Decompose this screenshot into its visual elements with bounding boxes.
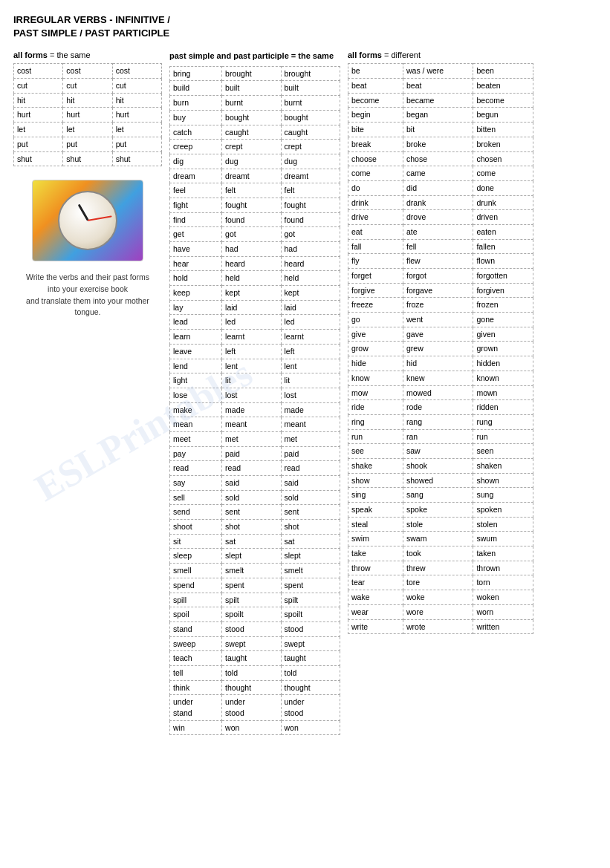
- table-cell: spoilt: [281, 607, 340, 622]
- table-cell: flown: [473, 254, 533, 269]
- table-cell: build: [170, 81, 222, 96]
- table-cell: taken: [473, 546, 533, 561]
- table-cell: shown: [473, 473, 533, 488]
- table-mid: bringbroughtbroughtbuildbuiltbuiltburnbu…: [169, 66, 340, 736]
- table-row: leadledled: [170, 315, 340, 330]
- section-same-title: all forms = the same: [13, 50, 162, 59]
- table-cell: flew: [403, 254, 473, 269]
- table-cell: go: [348, 313, 403, 327]
- main-layout: all forms = the same costcostcostcutcutc…: [13, 50, 597, 735]
- table-cell: let: [112, 123, 161, 137]
- table-cell: led: [222, 315, 281, 330]
- table-cell: crept: [222, 140, 281, 154]
- col-same: all forms = the same costcostcostcutcutc…: [13, 50, 162, 319]
- table-cell: send: [170, 505, 222, 520]
- table-cell: dreamt: [281, 169, 340, 183]
- table-cell: read: [222, 461, 281, 476]
- table-cell: freeze: [348, 298, 403, 313]
- table-cell: found: [281, 212, 340, 227]
- table-cell: known: [473, 371, 533, 385]
- table-row: feelfeltfelt: [170, 183, 340, 198]
- table-row: loselostlost: [170, 388, 340, 402]
- table-row: hurthurthurt: [14, 108, 162, 123]
- table-row: breakbrokebroken: [348, 137, 533, 151]
- table-cell: shut: [14, 151, 63, 166]
- table-cell: come: [473, 166, 533, 181]
- table-row: learnlearntlearnt: [170, 330, 340, 345]
- table-cell: sold: [281, 490, 340, 505]
- table-cell: forgot: [403, 269, 473, 284]
- table-cell: taught: [281, 651, 340, 666]
- table-cell: drink: [348, 195, 403, 210]
- table-row: eatateeaten: [348, 224, 533, 239]
- table-cell: built: [281, 81, 340, 96]
- table-cell: let: [63, 123, 112, 137]
- table-cell: told: [222, 665, 281, 680]
- table-cell: hid: [403, 356, 473, 371]
- table-cell: brought: [222, 66, 281, 81]
- table-cell: froze: [403, 298, 473, 313]
- table-cell: sell: [170, 490, 222, 505]
- table-row: sendsentsent: [170, 505, 340, 520]
- table-row: forgiveforgaveforgiven: [348, 283, 533, 298]
- table-cell: stood: [281, 621, 340, 636]
- table-cell: lend: [170, 359, 222, 373]
- page-title: IRREGULAR VERBS - INFINITIVE / PAST SIMP…: [13, 13, 597, 40]
- table-row: burnburntburnt: [170, 96, 340, 111]
- table-cell: bought: [281, 110, 340, 125]
- table-cell: won: [222, 720, 281, 735]
- table-cell: sit: [170, 534, 222, 549]
- table-cell: meant: [222, 417, 281, 432]
- table-row: paypaidpaid: [170, 446, 340, 461]
- table-cell: swept: [281, 636, 340, 651]
- table-row: speakspokespoken: [348, 503, 533, 518]
- table-cell: run: [348, 429, 403, 444]
- table-row: throwthrewthrown: [348, 561, 533, 575]
- table-row: stealstolestolen: [348, 517, 533, 532]
- table-cell: burnt: [222, 96, 281, 111]
- table-cell: hurt: [63, 108, 112, 123]
- table-cell: eaten: [473, 224, 533, 239]
- table-cell: run: [473, 429, 533, 444]
- table-cell: smelt: [222, 564, 281, 578]
- table-row: hidehidhidden: [348, 356, 533, 371]
- table-cell: shoot: [170, 520, 222, 535]
- table-row: hearheardheard: [170, 256, 340, 271]
- table-cell: torn: [473, 575, 533, 590]
- table-cell: caught: [222, 125, 281, 140]
- table-row: lightlitlit: [170, 373, 340, 388]
- table-cell: drunk: [473, 195, 533, 210]
- table-row: dreamdreamtdreamt: [170, 169, 340, 183]
- table-cell: won: [281, 720, 340, 735]
- table-row: lendlentlent: [170, 359, 340, 373]
- table-cell: cost: [14, 64, 63, 79]
- table-row: putputput: [14, 137, 162, 151]
- table-cell: cut: [112, 79, 161, 94]
- table-cell: said: [281, 476, 340, 491]
- table-cell: hit: [63, 93, 112, 108]
- table-row: catchcaughtcaught: [170, 125, 340, 140]
- table-row: cutcutcut: [14, 79, 162, 94]
- table-row: givegavegiven: [348, 327, 533, 342]
- table-cell: throw: [348, 561, 403, 575]
- table-cell: hit: [14, 93, 63, 108]
- table-cell: spoil: [170, 607, 222, 622]
- table-cell: lay: [170, 300, 222, 315]
- table-cell: bit: [403, 123, 473, 137]
- table-cell: shot: [281, 520, 340, 535]
- table-row: thinkthoughtthought: [170, 680, 340, 695]
- table-cell: steal: [348, 517, 403, 532]
- table-row: runranrun: [348, 429, 533, 444]
- table-cell: forgave: [403, 283, 473, 298]
- table-cell: spent: [222, 578, 281, 593]
- table-row: makemademade: [170, 402, 340, 417]
- table-cell: lead: [170, 315, 222, 330]
- table-cell: got: [222, 227, 281, 242]
- table-cell: grow: [348, 342, 403, 356]
- table-cell: paid: [281, 446, 340, 461]
- table-cell: took: [403, 546, 473, 561]
- table-cell: crept: [281, 140, 340, 154]
- table-cell: broke: [403, 137, 473, 151]
- table-cell: chose: [403, 151, 473, 166]
- table-row: gowentgone: [348, 313, 533, 327]
